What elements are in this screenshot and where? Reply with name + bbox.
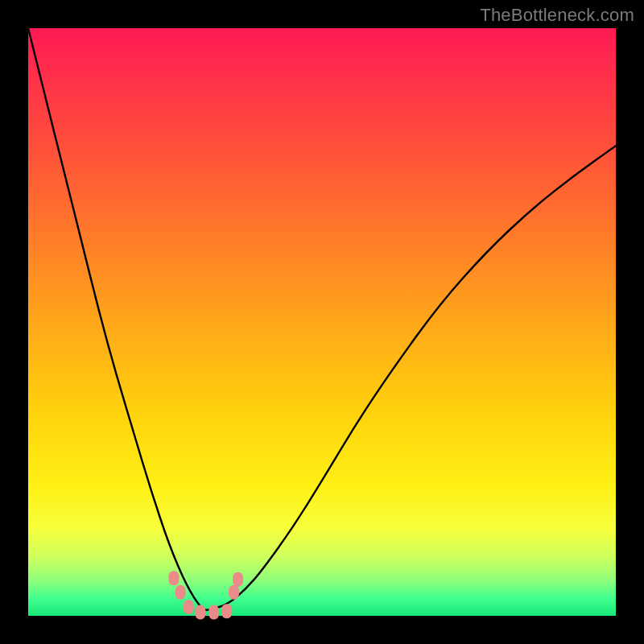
marker-m3 xyxy=(184,600,194,614)
curve-markers xyxy=(169,571,244,619)
marker-m1 xyxy=(169,571,180,585)
marker-m6 xyxy=(221,604,232,618)
marker-m4 xyxy=(195,605,205,620)
marker-m8 xyxy=(233,572,243,587)
chart-plot-area xyxy=(28,28,616,616)
bottleneck-curve xyxy=(28,28,616,610)
marker-m2 xyxy=(175,585,186,600)
chart-svg xyxy=(28,28,616,616)
chart-frame: TheBottleneck.com xyxy=(0,0,644,644)
watermark-text: TheBottleneck.com xyxy=(480,5,634,26)
marker-m7 xyxy=(229,585,239,600)
marker-m5 xyxy=(208,605,219,620)
